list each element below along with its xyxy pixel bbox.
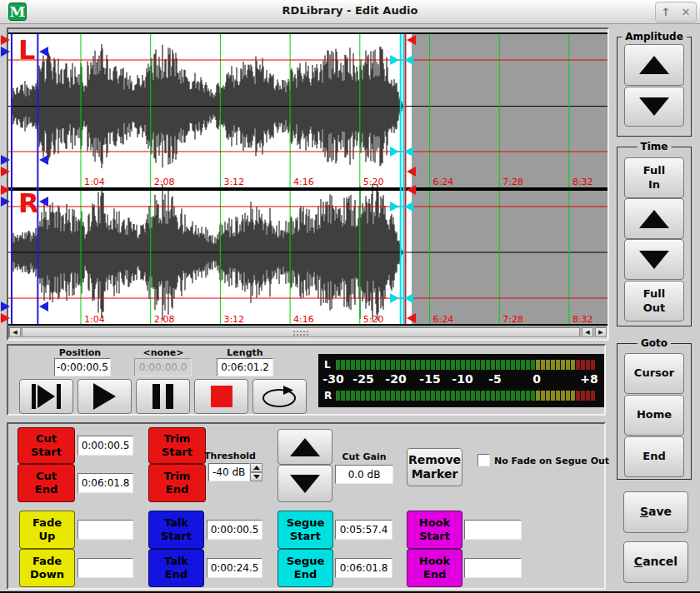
time-tick-label: 4:16 bbox=[293, 314, 314, 325]
meter-segment bbox=[521, 391, 525, 401]
goto-cursor-button[interactable]: Cursor bbox=[624, 353, 684, 394]
trim-start-button[interactable]: TrimStart bbox=[148, 427, 206, 464]
meter-segment bbox=[571, 391, 575, 401]
fade-up-button[interactable]: FadeUp bbox=[19, 511, 75, 549]
channel-label: R bbox=[18, 187, 39, 219]
stop-button[interactable] bbox=[194, 379, 248, 414]
title-bar[interactable]: M RDLibrary - Edit Audio ↑ ✕ bbox=[0, 0, 700, 24]
hook-start-field[interactable] bbox=[464, 520, 522, 540]
cut-start-field[interactable]: 0:00:00.5 bbox=[78, 436, 133, 456]
waveform-scrollbar[interactable]: ◀ ◀ ▶ bbox=[8, 326, 608, 338]
no-fade-checkbox[interactable] bbox=[478, 454, 490, 466]
meter-segment bbox=[551, 391, 555, 401]
meter-segment bbox=[536, 360, 540, 370]
talk-start-button[interactable]: TalkStart bbox=[148, 511, 204, 549]
meter-segment bbox=[561, 360, 565, 370]
cue-time-field: 0:00:00.0 bbox=[134, 358, 192, 376]
time-zoom-in-button[interactable] bbox=[624, 198, 684, 239]
meter-segment bbox=[526, 360, 530, 370]
amplitude-down-button[interactable] bbox=[624, 87, 684, 127]
segue-start-button[interactable]: SegueStart bbox=[278, 511, 333, 549]
gain-up-button[interactable] bbox=[278, 429, 332, 465]
hook-start-button[interactable]: HookStart bbox=[407, 511, 462, 549]
meter-segment bbox=[361, 360, 365, 370]
cut-end-field[interactable]: 0:06:01.8 bbox=[78, 473, 133, 493]
meter-segment bbox=[576, 391, 580, 401]
threshold-spinbox[interactable]: -40 dB bbox=[208, 463, 250, 481]
cue-play-button[interactable] bbox=[19, 379, 73, 414]
meter-segment bbox=[471, 391, 475, 401]
scroll-left-icon-2: ◀ bbox=[585, 330, 589, 336]
goto-home-button[interactable]: Home bbox=[624, 395, 684, 436]
length-field[interactable]: 0:06:01.2 bbox=[217, 358, 273, 376]
meter-segment bbox=[556, 360, 560, 370]
goto-end-button[interactable]: End bbox=[624, 436, 684, 477]
meter-segment bbox=[466, 360, 470, 370]
cut-gain-field[interactable]: 0.0 dB bbox=[335, 465, 393, 484]
arrow-up-icon bbox=[639, 56, 669, 74]
cancel-button[interactable]: Cancel bbox=[623, 541, 688, 583]
meter-segment bbox=[371, 391, 375, 401]
fade-down-button[interactable]: FadeDown bbox=[19, 549, 75, 587]
loop-button[interactable] bbox=[252, 379, 307, 414]
scroll-left-button[interactable]: ◀ bbox=[9, 327, 21, 337]
talk-end-button[interactable]: TalkEnd bbox=[148, 549, 204, 587]
scroll-left-button-2[interactable]: ◀ bbox=[582, 327, 593, 337]
talk-end-field[interactable]: 0:00:24.5 bbox=[207, 558, 262, 578]
threshold-spin-down[interactable] bbox=[250, 472, 262, 481]
time-group-title: Time bbox=[638, 141, 672, 152]
transport-panel: Position <none> Length -0:00:00.5 0:00:0… bbox=[7, 344, 606, 416]
position-field[interactable]: -0:00:00.5 bbox=[54, 358, 111, 376]
threshold-spin-buttons bbox=[250, 463, 262, 481]
gain-down-button[interactable] bbox=[278, 465, 332, 502]
fade-down-field[interactable] bbox=[78, 558, 133, 578]
restore-icon[interactable]: ↑ bbox=[662, 7, 671, 17]
hook-end-field[interactable] bbox=[464, 558, 522, 578]
play-button[interactable] bbox=[78, 379, 132, 414]
meter-segment bbox=[501, 391, 505, 401]
meter-segment bbox=[376, 391, 380, 401]
close-icon[interactable]: ✕ bbox=[682, 7, 691, 17]
trim-end-button[interactable]: TrimEnd bbox=[148, 464, 206, 502]
meter-segment bbox=[541, 360, 545, 370]
save-button[interactable]: Save bbox=[623, 491, 688, 533]
talk-start-field[interactable]: 0:00:00.5 bbox=[207, 520, 262, 540]
meter-segment bbox=[461, 360, 465, 370]
meter-segment bbox=[486, 360, 490, 370]
play-icon bbox=[93, 383, 116, 410]
segue-end-button[interactable]: SegueEnd bbox=[278, 549, 333, 587]
meter-segment bbox=[401, 360, 405, 370]
remove-marker-button[interactable]: RemoveMarker bbox=[407, 448, 462, 486]
time-tick-label: 6:24 bbox=[433, 314, 454, 325]
scroll-right-button[interactable]: ▶ bbox=[595, 327, 607, 337]
time-full-in-button[interactable]: FullIn bbox=[624, 157, 684, 198]
meter-segment bbox=[526, 391, 530, 401]
fade-up-field[interactable] bbox=[78, 520, 133, 540]
time-tick-label: 5:20 bbox=[363, 314, 384, 325]
threshold-spin-up[interactable] bbox=[250, 463, 262, 472]
scrollbar-thumb[interactable] bbox=[22, 327, 580, 337]
meter-segment bbox=[496, 391, 500, 401]
meter-segment bbox=[451, 360, 455, 370]
meter-segment bbox=[336, 391, 340, 401]
meter-segment bbox=[511, 391, 515, 401]
meter-segment bbox=[436, 360, 440, 370]
meter-segment bbox=[481, 360, 485, 370]
time-tick-label: 8:32 bbox=[572, 314, 593, 325]
cue-name-label: <none> bbox=[130, 347, 197, 358]
time-zoom-out-button[interactable] bbox=[624, 239, 684, 280]
hook-end-button[interactable]: HookEnd bbox=[407, 549, 462, 587]
amplitude-up-button[interactable] bbox=[624, 44, 684, 86]
cut-end-button[interactable]: CutEnd bbox=[18, 464, 75, 502]
time-full-out-button[interactable]: FullOut bbox=[624, 281, 684, 321]
meter-segment bbox=[446, 360, 450, 370]
pause-button[interactable] bbox=[136, 379, 190, 414]
meter-segment bbox=[416, 391, 420, 401]
audio-meter: LR-30-25-20-15-10-50+8 bbox=[318, 354, 604, 407]
meter-segment bbox=[381, 391, 385, 401]
meter-segment bbox=[476, 360, 480, 370]
waveform-display[interactable]: LR1:041:042:082:083:123:124:164:165:205:… bbox=[8, 29, 608, 326]
segue-end-field[interactable]: 0:06:01.8 bbox=[335, 558, 392, 578]
cut-start-button[interactable]: CutStart bbox=[18, 427, 75, 464]
segue-start-field[interactable]: 0:05:57.4 bbox=[335, 520, 392, 540]
